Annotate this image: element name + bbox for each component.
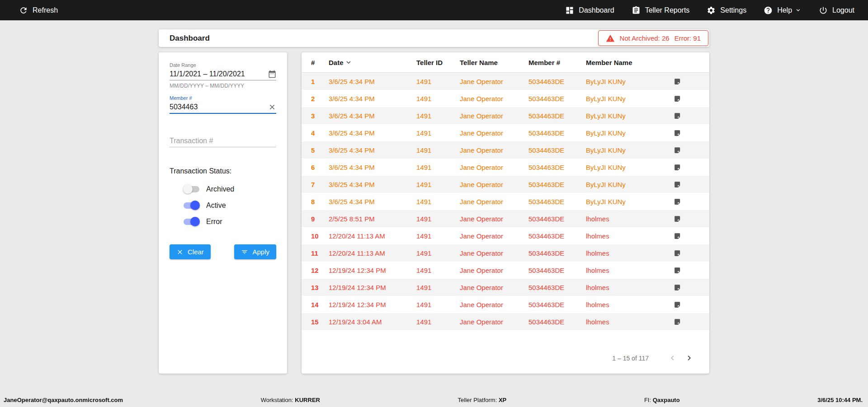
nav-dashboard[interactable]: Dashboard xyxy=(565,6,614,15)
column-date-sort[interactable]: Date xyxy=(329,58,416,66)
note-button[interactable] xyxy=(674,267,681,274)
workstation: Workstation: KURRER xyxy=(261,397,320,403)
row-date: 3/6/25 4:34 PM xyxy=(329,181,416,188)
apply-button[interactable]: Apply xyxy=(234,244,276,259)
nav-settings-label: Settings xyxy=(720,6,746,14)
row-member-number: 5034463DE xyxy=(528,232,586,240)
toggle-error[interactable] xyxy=(183,217,200,226)
note-button[interactable] xyxy=(674,232,681,240)
note-icon xyxy=(674,129,681,137)
note-button[interactable] xyxy=(674,284,681,291)
table-row[interactable]: 1512/19/24 3:04 AM1491Jane Operator50344… xyxy=(302,313,709,330)
previous-page-button[interactable] xyxy=(667,352,678,364)
note-button[interactable] xyxy=(674,95,681,103)
row-teller-name: Jane Operator xyxy=(460,301,528,309)
row-date: 12/19/24 12:34 PM xyxy=(329,267,416,274)
table-row[interactable]: 43/6/25 4:34 PM1491Jane Operator5034463D… xyxy=(302,124,709,141)
page-title: Dashboard xyxy=(170,34,210,43)
row-member-number: 5034463DE xyxy=(528,181,586,188)
row-date: 3/6/25 4:34 PM xyxy=(329,198,416,206)
clear-member-button[interactable] xyxy=(268,103,276,111)
refresh-button[interactable]: Refresh xyxy=(19,6,58,15)
note-button[interactable] xyxy=(674,215,681,223)
table-row[interactable]: 13/6/25 4:34 PM1491Jane Operator5034463D… xyxy=(302,73,709,90)
row-number: 10 xyxy=(311,232,329,240)
table-row[interactable]: 1212/19/24 12:34 PM1491Jane Operator5034… xyxy=(302,262,709,279)
table-row[interactable]: 63/6/25 4:34 PM1491Jane Operator5034463D… xyxy=(302,159,709,176)
row-date: 3/6/25 4:34 PM xyxy=(329,95,416,103)
row-member-number: 5034463DE xyxy=(528,198,586,206)
row-date: 3/6/25 4:34 PM xyxy=(329,164,416,171)
date-range-input[interactable] xyxy=(170,68,268,80)
transaction-status-label: Transaction Status: xyxy=(170,167,276,175)
chevron-left-icon xyxy=(668,353,677,363)
row-member-name: lholmes xyxy=(586,232,674,240)
warning-icon xyxy=(606,34,615,43)
table-row[interactable]: 1012/20/24 11:13 AM1491Jane Operator5034… xyxy=(302,227,709,244)
table-row[interactable]: 83/6/25 4:34 PM1491Jane Operator5034463D… xyxy=(302,193,709,210)
note-button[interactable] xyxy=(674,129,681,137)
note-icon xyxy=(674,112,681,120)
results-table: # Date Teller ID Teller Name Member # Me… xyxy=(302,52,709,374)
nav-logout-label: Logout xyxy=(832,6,854,14)
note-icon xyxy=(674,249,681,257)
note-button[interactable] xyxy=(674,112,681,120)
toggle-archived[interactable] xyxy=(183,184,200,194)
row-number: 7 xyxy=(311,181,329,188)
note-button[interactable] xyxy=(674,249,681,257)
note-button[interactable] xyxy=(674,146,681,154)
member-number-input[interactable] xyxy=(170,101,268,113)
row-member-number: 5034463DE xyxy=(528,301,586,309)
nav-help[interactable]: Help xyxy=(764,6,802,15)
main-content: Dashboard Not Archived: 26 Error: 91 Dat… xyxy=(159,29,709,374)
row-member-name: ByLyJI KUNy xyxy=(586,181,674,188)
toggle-active[interactable] xyxy=(183,201,200,210)
nav-logout[interactable]: Logout xyxy=(819,6,854,15)
row-teller-id: 1491 xyxy=(416,78,460,85)
row-member-number: 5034463DE xyxy=(528,318,586,326)
row-teller-name: Jane Operator xyxy=(460,318,528,326)
note-button[interactable] xyxy=(674,318,681,326)
nav-settings[interactable]: Settings xyxy=(707,6,746,15)
nav-teller-reports[interactable]: Teller Reports xyxy=(632,6,690,15)
note-icon xyxy=(674,301,681,309)
clear-button[interactable]: Clear xyxy=(170,244,211,259)
next-page-button[interactable] xyxy=(684,352,695,364)
table-row[interactable]: 1412/19/24 12:34 PM1491Jane Operator5034… xyxy=(302,296,709,313)
workstation-label: Workstation: xyxy=(261,397,293,403)
table-row[interactable]: 92/5/25 8:51 PM1491Jane Operator5034463D… xyxy=(302,210,709,227)
table-row[interactable]: 23/6/25 4:34 PM1491Jane Operator5034463D… xyxy=(302,90,709,107)
table-row[interactable]: 73/6/25 4:34 PM1491Jane Operator5034463D… xyxy=(302,176,709,193)
row-number: 8 xyxy=(311,198,329,206)
sort-descending-icon xyxy=(344,58,353,66)
table-row[interactable]: 1112/20/24 11:13 AM1491Jane Operator5034… xyxy=(302,244,709,262)
calendar-icon xyxy=(268,70,276,78)
transaction-number-input[interactable] xyxy=(170,135,276,147)
note-icon xyxy=(674,78,681,85)
settings-icon xyxy=(707,6,716,15)
note-button[interactable] xyxy=(674,301,681,309)
chevron-down-icon xyxy=(795,7,802,14)
note-button[interactable] xyxy=(674,164,681,171)
table-row[interactable]: 1312/19/24 12:34 PM1491Jane Operator5034… xyxy=(302,279,709,296)
row-date: 3/6/25 4:34 PM xyxy=(329,129,416,137)
row-member-name: lholmes xyxy=(586,215,674,223)
table-row[interactable]: 33/6/25 4:34 PM1491Jane Operator5034463D… xyxy=(302,107,709,124)
date-format-hint: MM/DD/YYYY – MM/DD/YYYY xyxy=(170,83,276,89)
note-button[interactable] xyxy=(674,78,681,85)
close-icon xyxy=(176,248,184,256)
financial-institution: FI: Qaxpauto xyxy=(644,397,680,403)
row-teller-id: 1491 xyxy=(416,249,460,257)
note-button[interactable] xyxy=(674,181,681,188)
column-date-label: Date xyxy=(329,59,344,66)
date-range-label: Date Range xyxy=(170,62,276,68)
table-row[interactable]: 53/6/25 4:34 PM1491Jane Operator5034463D… xyxy=(302,141,709,159)
teller-reports-icon xyxy=(632,6,641,15)
row-date: 3/6/25 4:34 PM xyxy=(329,78,416,85)
calendar-button[interactable] xyxy=(268,70,276,78)
row-member-number: 5034463DE xyxy=(528,112,586,120)
note-button[interactable] xyxy=(674,198,681,206)
row-teller-name: Jane Operator xyxy=(460,78,528,85)
note-icon xyxy=(674,198,681,206)
note-icon xyxy=(674,267,681,274)
